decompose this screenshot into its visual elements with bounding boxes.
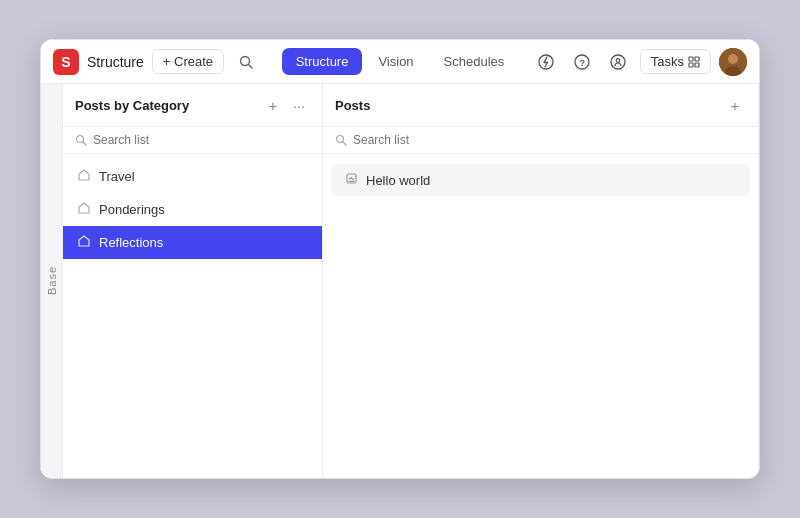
svg-point-6 bbox=[616, 58, 620, 62]
post-list: Hello world bbox=[323, 154, 758, 478]
svg-rect-8 bbox=[695, 57, 699, 61]
panel-left-title: Posts by Category bbox=[75, 98, 258, 113]
svg-line-15 bbox=[83, 142, 87, 146]
svg-text:?: ? bbox=[579, 58, 585, 68]
post-search-input[interactable] bbox=[353, 133, 746, 147]
svg-rect-10 bbox=[695, 63, 699, 67]
post-label: Hello world bbox=[366, 173, 430, 188]
titlebar-left: S Structure + Create bbox=[53, 48, 274, 76]
category-label: Travel bbox=[99, 169, 135, 184]
add-category-button[interactable]: + bbox=[262, 94, 284, 116]
list-item[interactable]: Reflections bbox=[63, 226, 322, 259]
category-search-input[interactable] bbox=[93, 133, 310, 147]
category-icon-selected bbox=[77, 234, 91, 251]
more-options-button[interactable]: ··· bbox=[288, 94, 310, 116]
svg-marker-18 bbox=[79, 236, 89, 246]
panel-left-header: Posts by Category + ··· bbox=[63, 84, 322, 127]
avatar[interactable] bbox=[719, 48, 747, 76]
app-title: Structure bbox=[87, 54, 144, 70]
panel-right-header: Posts + bbox=[323, 84, 758, 127]
svg-line-1 bbox=[249, 64, 253, 68]
bolt-icon-button[interactable] bbox=[532, 48, 560, 76]
app-window: S Structure + Create Structure Vision Sc… bbox=[40, 39, 760, 479]
help-icon-button[interactable]: ? bbox=[568, 48, 596, 76]
create-button[interactable]: + Create bbox=[152, 49, 224, 74]
add-post-button[interactable]: + bbox=[724, 94, 746, 116]
grid-icon bbox=[688, 56, 700, 68]
titlebar: S Structure + Create Structure Vision Sc… bbox=[41, 40, 759, 84]
main-content: Base Posts by Category + ··· bbox=[41, 84, 759, 478]
post-edit-icon bbox=[345, 172, 358, 188]
search-button[interactable] bbox=[232, 48, 260, 76]
svg-rect-7 bbox=[689, 57, 693, 61]
panel-posts: Posts + bbox=[323, 84, 759, 478]
svg-point-12 bbox=[728, 54, 738, 64]
person-icon-button[interactable] bbox=[604, 48, 632, 76]
app-logo: S bbox=[53, 49, 79, 75]
category-label: Ponderings bbox=[99, 202, 165, 217]
category-label-selected: Reflections bbox=[99, 235, 163, 250]
post-search-icon bbox=[335, 134, 347, 146]
svg-rect-9 bbox=[689, 63, 693, 67]
category-list: Travel Ponderings Reflections bbox=[63, 154, 322, 478]
tasks-button[interactable]: Tasks bbox=[640, 49, 711, 74]
category-icon bbox=[77, 168, 91, 185]
tab-vision[interactable]: Vision bbox=[364, 48, 427, 75]
sidebar-label: Base bbox=[41, 84, 63, 478]
list-item[interactable]: Ponderings bbox=[63, 193, 322, 226]
titlebar-right: ? Tasks bbox=[526, 48, 747, 76]
category-search-icon bbox=[75, 134, 87, 146]
post-search-row bbox=[323, 127, 758, 154]
panel-posts-by-category: Posts by Category + ··· Travel bbox=[63, 84, 323, 478]
tab-schedules[interactable]: Schedules bbox=[430, 48, 519, 75]
post-item[interactable]: Hello world bbox=[331, 164, 750, 196]
svg-marker-16 bbox=[79, 170, 89, 180]
list-item[interactable]: Travel bbox=[63, 160, 322, 193]
category-search-row bbox=[63, 127, 322, 154]
category-icon bbox=[77, 201, 91, 218]
svg-marker-17 bbox=[79, 203, 89, 213]
nav-tabs: Structure Vision Schedules bbox=[282, 48, 519, 75]
svg-line-20 bbox=[343, 142, 347, 146]
panel-right-title: Posts bbox=[335, 98, 720, 113]
tab-structure[interactable]: Structure bbox=[282, 48, 363, 75]
